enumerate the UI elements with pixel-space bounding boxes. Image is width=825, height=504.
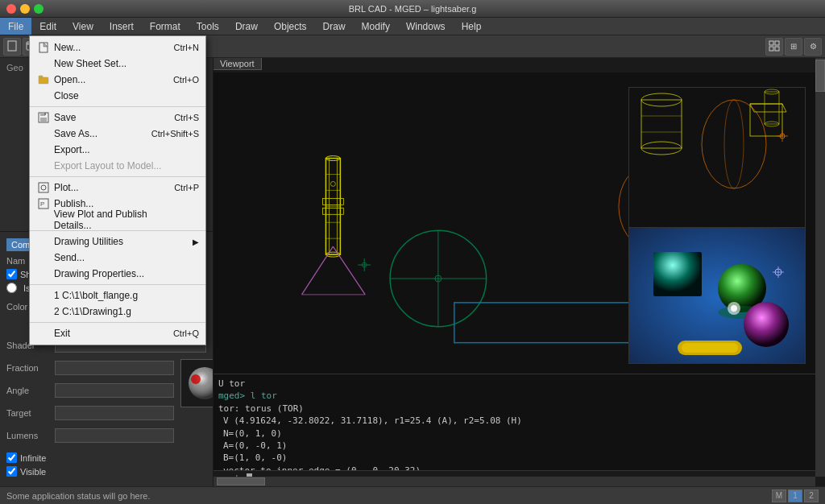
menu-insert[interactable]: Insert (102, 18, 142, 35)
menu-item-plot[interactable]: Plot... Ctrl+P (30, 180, 205, 196)
scroll-thumb-vertical[interactable] (815, 60, 825, 92)
bottom-right-view (628, 227, 806, 364)
is-region-radio[interactable] (6, 283, 17, 293)
menu-item-save-as[interactable]: Save As... Ctrl+Shift+S (30, 126, 205, 142)
angle-row: Angle (6, 382, 174, 399)
infinite-label: Infinite (20, 453, 46, 463)
menu-draw[interactable]: Draw (227, 18, 266, 35)
svg-marker-1 (44, 43, 48, 47)
file-dropdown-menu: New... Ctrl+N New Sheet Set... Open... C… (29, 35, 206, 345)
svg-rect-8 (39, 183, 48, 192)
menu-item-drawing-utilities[interactable]: Drawing Utilities ▶ (30, 233, 205, 250)
new-label: New... (54, 42, 81, 53)
toolbar-extra-button-2[interactable]: ⊞ (785, 38, 802, 56)
close-window-button[interactable] (6, 4, 16, 14)
angle-input[interactable] (55, 383, 174, 398)
menu-bar: File Edit View Insert Format Tools Draw … (0, 18, 825, 35)
menu-tools[interactable]: Tools (189, 18, 227, 35)
page-1-button[interactable]: 1 (788, 490, 802, 502)
svg-rect-3 (39, 76, 43, 78)
cmd-line-5: A=(0, -0, 1) (223, 440, 810, 452)
svg-rect-25 (775, 47, 779, 51)
menu-item-view-plot-publish[interactable]: View Plot and Publish Details... (30, 212, 205, 228)
menu-item-exit[interactable]: Exit Ctrl+Q (30, 325, 205, 341)
svg-point-27 (191, 374, 201, 384)
svg-point-9 (41, 185, 46, 190)
menu-item-open[interactable]: Open... Ctrl+O (30, 72, 205, 88)
submenu-arrow-icon: ▶ (193, 238, 199, 246)
lumens-input[interactable] (55, 428, 174, 443)
save-icon (36, 112, 51, 123)
close-label: Close (54, 90, 79, 101)
menu-item-recent-2[interactable]: 2 C:\1\Drawing1.g (30, 304, 205, 320)
menu-item-close[interactable]: Close (30, 88, 205, 104)
maximize-window-button[interactable] (34, 4, 44, 14)
menu-item-send[interactable]: Send... (30, 250, 205, 266)
menu-item-new[interactable]: New... Ctrl+N (30, 39, 205, 56)
minimize-window-button[interactable] (20, 4, 30, 14)
send-label: Send... (54, 252, 85, 263)
material-thumbnail[interactable] (180, 359, 214, 407)
cmd-line-1: mged> l tor (218, 390, 810, 402)
menu-edit[interactable]: Edit (31, 18, 64, 35)
cmd-line-7: vector to inner edge = (0, -0, 20.32) (223, 465, 810, 470)
menu-item-save[interactable]: Save Ctrl+S (30, 109, 205, 126)
status-message: Some application status will go here. (6, 491, 151, 501)
cmd-line-3: V (4.91624, -32.8022, 31.7118), r1=25.4 … (223, 415, 810, 427)
menu-objects[interactable]: Objects (266, 18, 315, 35)
menu-format[interactable]: Format (142, 18, 189, 35)
exit-shortcut: Ctrl+Q (173, 328, 199, 338)
save-label: Save (54, 112, 76, 123)
page-2-button[interactable]: 2 (804, 490, 819, 502)
inset-svg (629, 88, 806, 240)
viewport-container: Viewport (214, 58, 825, 486)
fraction-input[interactable] (55, 361, 174, 375)
fraction-thumbnail-row: Fraction Angle Target Lumens (6, 359, 206, 449)
page-model-button[interactable]: M (772, 490, 786, 502)
cmd-line-6: B=(1, 0, -0) (223, 452, 810, 464)
toolbar-new-button[interactable] (3, 38, 21, 56)
target-input[interactable] (55, 406, 174, 420)
angle-prop-label: Angle (6, 386, 55, 395)
toolbar-properties-icon: ⚙ (810, 42, 817, 51)
svg-rect-12 (8, 41, 16, 51)
recent-1-label: 1 C:\1\bolt_flange.g (54, 290, 138, 301)
scroll-thumb-horizontal[interactable] (217, 477, 265, 485)
cmd-line-4: N=(0, 1, 0) (223, 428, 810, 440)
target-prop-label: Target (6, 408, 55, 418)
view-plot-publish-label: View Plot and Publish Details... (54, 209, 186, 231)
toolbar-extra-button-1[interactable] (765, 38, 783, 56)
svg-point-84 (744, 302, 789, 347)
plot-label: Plot... (54, 182, 79, 193)
menu-modify[interactable]: Modify (354, 18, 398, 35)
menu-item-export[interactable]: Export... (30, 142, 205, 158)
svg-point-91 (731, 305, 737, 312)
fraction-prop-label: Fraction (6, 363, 55, 373)
viewport-scrollbar-vertical[interactable] (815, 58, 825, 477)
menu-item-new-sheet-set[interactable]: New Sheet Set... (30, 56, 205, 72)
plot-shortcut: Ctrl+P (174, 183, 199, 192)
fraction-row: Fraction (6, 359, 174, 377)
svg-rect-86 (682, 343, 738, 353)
visible-checkbox[interactable] (6, 466, 17, 477)
new-shortcut: Ctrl+N (174, 43, 199, 52)
viewport-scrollbar-horizontal[interactable] (214, 477, 815, 486)
menu-file[interactable]: File (0, 18, 31, 35)
publish-label: Publish... (54, 198, 93, 209)
svg-rect-5 (40, 118, 47, 122)
cmd-line-0: U tor (218, 378, 810, 390)
visible-row: Visible (6, 466, 206, 477)
save-as-shortcut: Ctrl+Shift+S (151, 129, 199, 138)
menu-item-recent-1[interactable]: 1 C:\1\bolt_flange.g (30, 287, 205, 304)
menu-view[interactable]: View (64, 18, 102, 35)
new-sheet-set-label: New Sheet Set... (54, 58, 126, 69)
menu-windows[interactable]: Windows (398, 18, 454, 35)
show-boolean-checkbox[interactable] (6, 269, 17, 279)
menu-help[interactable]: Help (454, 18, 490, 35)
status-bar: Some application status will go here. M … (0, 486, 825, 504)
menu-item-drawing-properties[interactable]: Drawing Properties... (30, 266, 205, 282)
toolbar-extra-button-3[interactable]: ⚙ (804, 38, 822, 56)
menu-draw2[interactable]: Draw (315, 18, 354, 35)
separator-5 (30, 322, 205, 323)
infinite-checkbox[interactable] (6, 452, 17, 463)
